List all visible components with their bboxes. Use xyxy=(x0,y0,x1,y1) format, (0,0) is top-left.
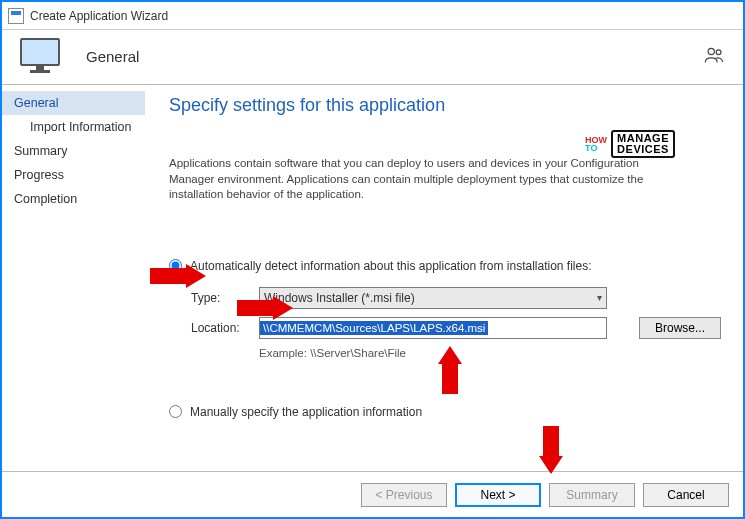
auto-detect-label: Automatically detect information about t… xyxy=(190,259,592,273)
sidebar-item-summary[interactable]: Summary xyxy=(2,139,145,163)
computer-icon xyxy=(20,38,68,74)
example-text: Example: \\Server\Share\File xyxy=(259,347,721,359)
chevron-down-icon: ▾ xyxy=(597,292,602,303)
app-icon xyxy=(8,8,24,24)
type-label: Type: xyxy=(191,291,259,305)
sidebar-label: Import Information xyxy=(30,120,131,134)
watermark: HOW TO MANAGE DEVICES xyxy=(585,130,675,158)
wizard-header: General xyxy=(2,30,743,85)
location-label: Location: xyxy=(191,321,259,335)
type-value: Windows Installer (*.msi file) xyxy=(264,291,415,305)
location-value: \\CMMEMCM\Sources\LAPS\LAPS.x64.msi xyxy=(260,321,488,335)
location-row: Location: \\CMMEMCM\Sources\LAPS\LAPS.x6… xyxy=(191,317,721,339)
titlebar: Create Application Wizard xyxy=(2,2,743,30)
cancel-button[interactable]: Cancel xyxy=(643,483,729,507)
sidebar-item-progress[interactable]: Progress xyxy=(2,163,145,187)
auto-detect-radio[interactable] xyxy=(169,259,182,272)
next-button[interactable]: Next > xyxy=(455,483,541,507)
header-section-title: General xyxy=(86,48,139,65)
sidebar-label: General xyxy=(14,96,58,110)
auto-detect-option[interactable]: Automatically detect information about t… xyxy=(169,259,721,273)
manual-radio[interactable] xyxy=(169,405,182,418)
sidebar-label: Completion xyxy=(14,192,77,206)
people-icon xyxy=(703,45,725,67)
sidebar-label: Progress xyxy=(14,168,64,182)
manual-option[interactable]: Manually specify the application informa… xyxy=(169,405,721,419)
sidebar: General Import Information Summary Progr… xyxy=(2,85,145,468)
howto-icon: HOW TO xyxy=(585,136,607,152)
type-row: Type: Windows Installer (*.msi file) ▾ xyxy=(191,287,721,309)
previous-button: < Previous xyxy=(361,483,447,507)
watermark-to: TO xyxy=(585,144,607,152)
svg-point-0 xyxy=(708,48,714,54)
svg-point-1 xyxy=(716,50,721,55)
window-title: Create Application Wizard xyxy=(30,9,168,23)
page-title: Specify settings for this application xyxy=(169,95,721,116)
type-select[interactable]: Windows Installer (*.msi file) ▾ xyxy=(259,287,607,309)
watermark-devices: DEVICES xyxy=(617,144,669,155)
summary-button: Summary xyxy=(549,483,635,507)
sidebar-item-completion[interactable]: Completion xyxy=(2,187,145,211)
page-description: Applications contain software that you c… xyxy=(169,156,679,203)
watermark-box: MANAGE DEVICES xyxy=(611,130,675,158)
location-input[interactable]: \\CMMEMCM\Sources\LAPS\LAPS.x64.msi xyxy=(259,317,607,339)
sidebar-item-import-information[interactable]: Import Information xyxy=(2,115,145,139)
manual-label: Manually specify the application informa… xyxy=(190,405,422,419)
sidebar-label: Summary xyxy=(14,144,67,158)
browse-button[interactable]: Browse... xyxy=(639,317,721,339)
wizard-footer: < Previous Next > Summary Cancel xyxy=(2,471,743,517)
sidebar-item-general[interactable]: General xyxy=(2,91,145,115)
